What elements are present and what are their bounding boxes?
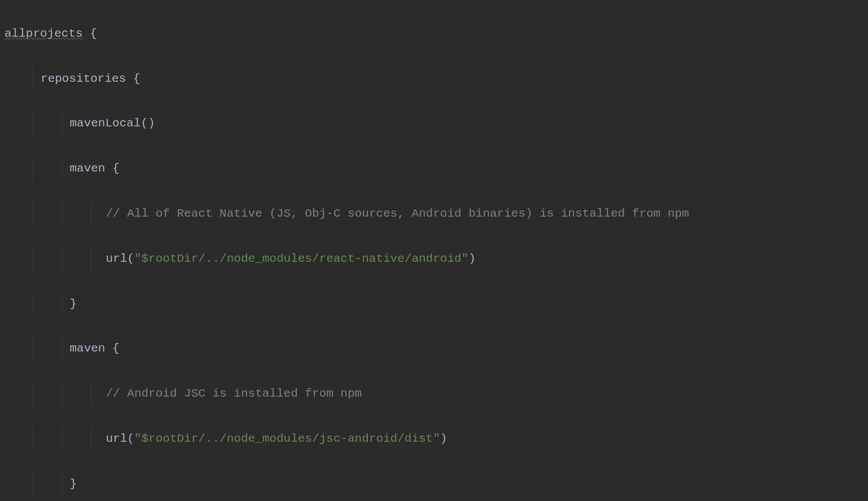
comment-jsc: // Android JSC is installed from npm bbox=[106, 387, 362, 400]
method-mavenlocal: mavenLocal bbox=[69, 117, 141, 130]
code-line: repositories { bbox=[5, 68, 863, 90]
method-repositories: repositories bbox=[41, 72, 126, 85]
code-line: url("$rootDir/../node_modules/react-nati… bbox=[5, 248, 863, 270]
method-url: url bbox=[106, 252, 127, 265]
code-editor[interactable]: allprojects { repositories { mavenLocal(… bbox=[0, 0, 868, 501]
method-maven: maven bbox=[69, 342, 105, 355]
code-line: allprojects { bbox=[5, 23, 863, 45]
code-line: maven { bbox=[5, 337, 863, 360]
code-line: maven { bbox=[5, 157, 863, 180]
code-line: url("$rootDir/../node_modules/jsc-androi… bbox=[5, 428, 863, 450]
code-line: // All of React Native (JS, Obj-C source… bbox=[5, 203, 863, 225]
code-line: } bbox=[5, 293, 863, 315]
method-url: url bbox=[106, 432, 127, 445]
code-line: } bbox=[5, 473, 863, 495]
method-allprojects: allprojects bbox=[5, 27, 83, 40]
code-line: // Android JSC is installed from npm bbox=[5, 383, 863, 405]
method-maven: maven bbox=[69, 162, 105, 175]
string-jsc-path: "$rootDir/../node_modules/jsc-android/di… bbox=[134, 432, 440, 445]
code-line: mavenLocal() bbox=[5, 112, 863, 135]
string-rn-android-path: "$rootDir/../node_modules/react-native/a… bbox=[134, 252, 468, 265]
comment-react-native: // All of React Native (JS, Obj-C source… bbox=[106, 207, 689, 220]
